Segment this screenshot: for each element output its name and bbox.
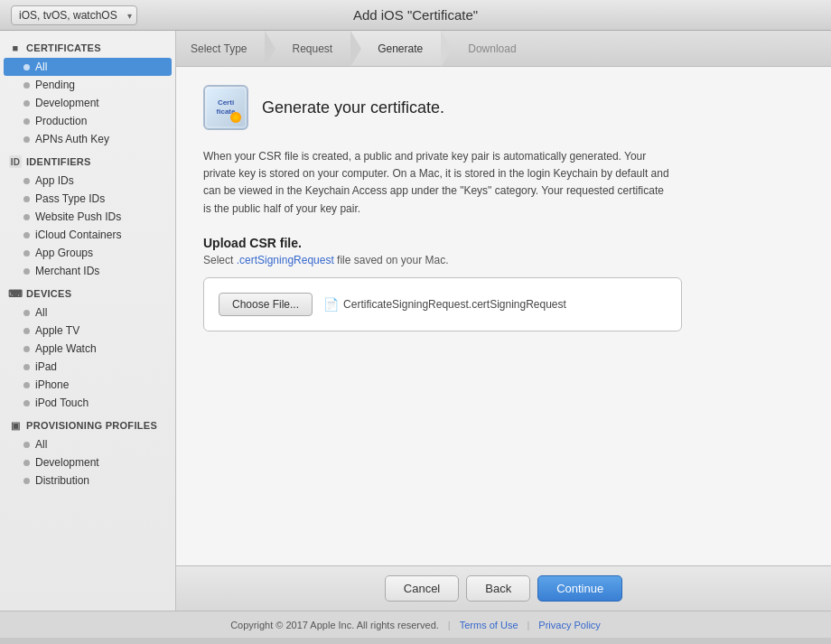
sidebar-section-label-certificates: Certificates <box>26 42 101 53</box>
sidebar-item-all-devices[interactable]: All <box>0 303 175 322</box>
bottom-bar: Cancel Back Continue <box>176 565 831 611</box>
sidebar-dot <box>23 64 30 70</box>
sidebar-section-label-devices: Devices <box>26 288 71 299</box>
step-generate[interactable]: Generate <box>350 31 441 66</box>
sidebar-item-pass-type-ids[interactable]: Pass Type IDs <box>0 190 175 208</box>
platform-dropdown[interactable]: iOS, tvOS, watchOS macOS <box>11 5 137 25</box>
sidebar-item-website-push-ids[interactable]: Website Push IDs <box>0 208 175 226</box>
sidebar-section-header-profiles: ▣ Provisioning Profiles <box>0 415 175 435</box>
choose-file-button[interactable]: Choose File... <box>219 293 313 316</box>
sidebar-dot <box>23 310 30 316</box>
certificates-icon: ■ <box>9 42 22 54</box>
sidebar-dot <box>23 118 30 125</box>
sidebar-section-label-identifiers: Identifiers <box>26 156 91 167</box>
sidebar-dot <box>23 460 30 466</box>
sidebar-item-development-profiles[interactable]: Development <box>0 453 175 471</box>
main-layout: ■ Certificates All Pending Development P… <box>0 31 831 611</box>
sidebar-dot <box>23 364 30 370</box>
cert-ribbon-badge <box>230 112 241 123</box>
sidebar-dot <box>23 478 30 484</box>
sidebar-item-apple-tv[interactable]: Apple TV <box>0 322 175 340</box>
step-select-type[interactable]: Select Type <box>176 31 265 66</box>
steps-bar: Select Type Request Generate Download <box>176 31 831 67</box>
sidebar-item-pending[interactable]: Pending <box>0 76 175 94</box>
identifiers-icon: ID <box>9 155 22 168</box>
sidebar: ■ Certificates All Pending Development P… <box>0 31 176 611</box>
sidebar-dot <box>23 250 30 257</box>
continue-button[interactable]: Continue <box>537 575 622 602</box>
generate-heading: Generate your certificate. <box>262 98 444 117</box>
sidebar-section-header-devices: ⌨ Devices <box>0 284 175 303</box>
sidebar-dot <box>23 82 30 89</box>
upload-subtitle: Select .certSigningRequest file saved on… <box>203 254 804 266</box>
sidebar-item-development[interactable]: Development <box>0 94 175 112</box>
top-bar: iOS, tvOS, watchOS macOS Add iOS "Certif… <box>0 0 831 31</box>
footer-copyright: Copyright © 2017 Apple Inc. All rights r… <box>230 620 439 630</box>
file-name-display: 📄 CertificateSigningRequest.certSigningR… <box>323 297 566 312</box>
back-button[interactable]: Back <box>466 575 530 602</box>
sidebar-item-ipad[interactable]: iPad <box>0 358 175 376</box>
certificate-icon: Certificate <box>203 85 248 130</box>
sidebar-dot <box>23 136 30 143</box>
file-icon: 📄 <box>323 297 339 312</box>
cert-header: Certificate Generate your certificate. <box>203 85 804 130</box>
main-content: Certificate Generate your certificate. W… <box>176 67 831 565</box>
sidebar-dot <box>23 442 30 448</box>
sidebar-section-identifiers: ID Identifiers App IDs Pass Type IDs Web… <box>0 152 175 280</box>
step-request[interactable]: Request <box>265 31 350 66</box>
step-download[interactable]: Download <box>441 31 534 66</box>
sidebar-section-label-profiles: Provisioning Profiles <box>26 420 157 431</box>
devices-icon: ⌨ <box>9 287 22 300</box>
sidebar-dot <box>23 328 30 334</box>
sidebar-dot <box>23 232 30 238</box>
upload-title: Upload CSR file. <box>203 236 804 250</box>
sidebar-item-all-certs[interactable]: All <box>4 58 172 76</box>
sidebar-dot <box>23 178 30 184</box>
sidebar-item-apple-watch[interactable]: Apple Watch <box>0 340 175 358</box>
cancel-button[interactable]: Cancel <box>385 575 459 602</box>
page-title: Add iOS "Certificate" <box>353 7 478 23</box>
sidebar-item-distribution-profiles[interactable]: Distribution <box>0 471 175 490</box>
sidebar-section-header-certificates: ■ Certificates <box>0 38 175 58</box>
sidebar-dot <box>23 214 30 220</box>
sidebar-section-certificates: ■ Certificates All Pending Development P… <box>0 38 175 148</box>
footer-terms-link[interactable]: Terms of Use <box>460 620 518 630</box>
sidebar-section-profiles: ▣ Provisioning Profiles All Development … <box>0 415 175 490</box>
sidebar-item-app-groups[interactable]: App Groups <box>0 244 175 262</box>
sidebar-dot <box>23 268 30 275</box>
sidebar-item-merchant-ids[interactable]: Merchant IDs <box>0 262 175 280</box>
sidebar-dot <box>23 196 30 202</box>
upload-highlight: .certSigningRequest <box>237 254 334 266</box>
upload-box: Choose File... 📄 CertificateSigningReque… <box>203 277 682 331</box>
footer-privacy-link[interactable]: Privacy Policy <box>538 620 600 630</box>
footer: Copyright © 2017 Apple Inc. All rights r… <box>0 611 831 638</box>
sidebar-dot <box>23 100 30 107</box>
upload-section: Upload CSR file. Select .certSigningRequ… <box>203 236 804 331</box>
file-name-text: CertificateSigningRequest.certSigningReq… <box>343 298 566 311</box>
sidebar-section-header-identifiers: ID Identifiers <box>0 152 175 172</box>
sidebar-section-devices: ⌨ Devices All Apple TV Apple Watch iPad <box>0 284 175 412</box>
sidebar-item-app-ids[interactable]: App IDs <box>0 172 175 190</box>
profiles-icon: ▣ <box>9 419 22 432</box>
sidebar-item-ipod-touch[interactable]: iPod Touch <box>0 394 175 412</box>
footer-separator-2: | <box>528 620 530 630</box>
sidebar-dot <box>23 400 30 406</box>
platform-selector[interactable]: iOS, tvOS, watchOS macOS <box>11 5 137 25</box>
sidebar-item-all-profiles[interactable]: All <box>0 435 175 453</box>
description-text: When your CSR file is created, a public … <box>203 148 673 218</box>
sidebar-item-iphone[interactable]: iPhone <box>0 376 175 394</box>
sidebar-item-production[interactable]: Production <box>0 112 175 130</box>
sidebar-item-icloud-containers[interactable]: iCloud Containers <box>0 226 175 244</box>
content-area: Select Type Request Generate Download Ce… <box>176 31 831 611</box>
footer-separator: | <box>448 620 451 630</box>
sidebar-item-apns-auth-key[interactable]: APNs Auth Key <box>0 130 175 148</box>
sidebar-dot <box>23 382 30 388</box>
sidebar-dot <box>23 346 30 352</box>
